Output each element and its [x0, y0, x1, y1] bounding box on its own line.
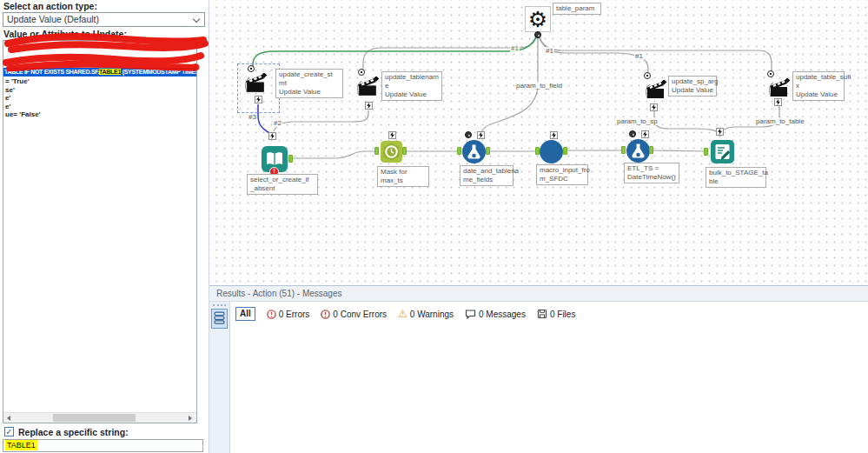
edge-label: #3 [248, 113, 257, 121]
edge-label: #1 [634, 52, 644, 60]
edge-label: param_to_sp [616, 117, 659, 125]
workflow-canvas[interactable]: #1 #1 #1 param_to_field #3 #2 param_to_s… [209, 0, 868, 285]
input-anchor[interactable] [644, 72, 651, 79]
input-anchor[interactable] [621, 146, 626, 154]
input-anchor[interactable] [457, 147, 461, 155]
list-row[interactable]: e' [5, 103, 10, 110]
node-label-update-table-sufix: update_table_sufi x Update Value [792, 71, 845, 101]
input-anchor[interactable] [268, 132, 276, 140]
node-label-line: update_tablenam [385, 73, 439, 82]
results-panel: Results - Action (51) - Messages All 0 E… [209, 285, 868, 453]
scroll-right-button[interactable] [185, 413, 196, 423]
mask-macro-icon[interactable] [381, 141, 402, 163]
node-label-line: Update Value [279, 88, 340, 97]
filter-files[interactable]: 0 Files [537, 309, 575, 319]
node-label-select-or-create: select_or_create_if _absent [247, 174, 318, 195]
gear-icon: ⚙ [528, 7, 547, 31]
replace-string-input[interactable]: TABLE1 [3, 439, 203, 452]
node-label-line: table_param [556, 4, 598, 13]
node-label-line: macro_input_fro [540, 166, 585, 175]
output-tool-icon[interactable] [711, 140, 734, 163]
input-anchor[interactable] [388, 131, 396, 139]
selected-row-post: (SYSTEMMODSTAMP TIMESTAM [121, 69, 197, 75]
question-anchor[interactable] [629, 130, 636, 137]
filter-label: 0 Conv Errors [333, 310, 387, 319]
input-anchor[interactable] [716, 128, 724, 136]
action-type-dropdown[interactable]: Update Value (Default) [3, 12, 205, 27]
node-table-param[interactable]: ⚙ [525, 6, 551, 32]
input-anchor[interactable] [358, 69, 365, 76]
messages-view-button[interactable] [211, 309, 228, 329]
formula-tool-icon[interactable] [626, 139, 650, 163]
node-label-line: date_and_tablena [463, 167, 510, 176]
output-anchor[interactable] [402, 147, 407, 155]
node-label-line: e [385, 82, 439, 90]
question-anchor[interactable] [465, 131, 472, 138]
action-tool-icon[interactable] [645, 80, 667, 101]
edge-label: param_to_field [515, 82, 563, 90]
node-label-line: Update Value [796, 90, 841, 99]
list-row[interactable]: ue= 'False' [5, 110, 41, 118]
output-anchor[interactable] [288, 155, 293, 163]
replace-string-value: TABLE1 [5, 440, 37, 450]
value-attribute-label: Value or Attribute to Update: [3, 29, 127, 39]
selected-row-pre: TABLE IF NOT EXISTS SHARED.SF. [4, 69, 99, 75]
node-label-line: DateTimeNow() [627, 173, 676, 182]
filter-all-button[interactable]: All [235, 307, 255, 321]
filter-errors[interactable]: 0 Errors [267, 310, 310, 319]
node-label-line: select_or_create_if [250, 176, 315, 184]
node-label-update-create-stmt: update_create_st mt Update Value [275, 69, 343, 98]
triangle-left-icon [7, 416, 10, 421]
list-row[interactable]: e' [5, 94, 10, 102]
scrollbar-thumb[interactable] [53, 414, 136, 422]
filter-messages[interactable]: 0 Messages [465, 310, 526, 319]
filter-label: 0 Errors [279, 310, 310, 319]
macro-input-tool-icon[interactable] [540, 140, 563, 163]
input-anchor[interactable] [767, 70, 774, 77]
triangle-right-icon [189, 416, 192, 421]
formula-tool-icon[interactable] [462, 140, 486, 163]
output-anchor[interactable] [486, 147, 490, 155]
check-icon: ✓ [5, 427, 12, 436]
output-anchor[interactable] [774, 98, 782, 106]
input-anchor[interactable] [550, 131, 558, 139]
output-anchor[interactable] [649, 146, 653, 154]
node-label-line: ble [709, 177, 763, 186]
filter-label: 0 Warnings [410, 310, 454, 319]
input-anchor[interactable] [477, 131, 485, 139]
horizontal-scrollbar[interactable] [3, 412, 196, 423]
action-type-value: Update Value (Default) [7, 14, 99, 24]
output-anchor[interactable] [365, 102, 373, 110]
node-label-line: Update Value [672, 86, 713, 95]
gear-output-anchor[interactable] [534, 31, 541, 38]
node-label-line: mt [279, 79, 340, 88]
input-anchor[interactable] [641, 130, 649, 138]
output-anchor[interactable] [255, 96, 262, 103]
value-attribute-list[interactable]: TABLE IF NOT EXISTS SHARED.SF.TABLE1 (SY… [3, 40, 197, 423]
output-anchor[interactable] [563, 147, 567, 155]
action-tool-icon[interactable] [768, 78, 791, 99]
lightning-icon [776, 99, 780, 105]
edge-label: #1 [510, 44, 520, 52]
node-label-line: update_create_st [279, 70, 340, 79]
filter-conv-errors[interactable]: 0 Conv Errors [321, 310, 387, 319]
list-row-selected[interactable]: TABLE IF NOT EXISTS SHARED.SF.TABLE1 (SY… [3, 68, 197, 77]
node-label-update-tablename: update_tablenam e Update Value [381, 71, 442, 101]
node-label-line: me_fields [463, 176, 510, 184]
scroll-left-button[interactable] [3, 413, 15, 423]
input-anchor[interactable] [248, 65, 255, 72]
action-tool-icon[interactable] [244, 73, 268, 95]
replace-string-checkbox[interactable]: ✓ [4, 427, 14, 436]
warning-triangle-icon: ⚠ [398, 309, 407, 319]
input-anchor[interactable] [374, 147, 379, 155]
action-tool-icon[interactable] [356, 77, 380, 98]
input-anchor[interactable] [704, 148, 708, 156]
lightning-icon [552, 132, 556, 138]
filter-warnings[interactable]: ⚠ 0 Warnings [398, 309, 454, 319]
list-row[interactable]: se' [5, 86, 15, 94]
node-label-line: _absent [250, 184, 315, 193]
output-anchor[interactable] [650, 103, 658, 111]
lightning-icon [652, 104, 656, 110]
list-row[interactable]: = 'True' [5, 77, 30, 85]
file-icon [537, 309, 547, 319]
